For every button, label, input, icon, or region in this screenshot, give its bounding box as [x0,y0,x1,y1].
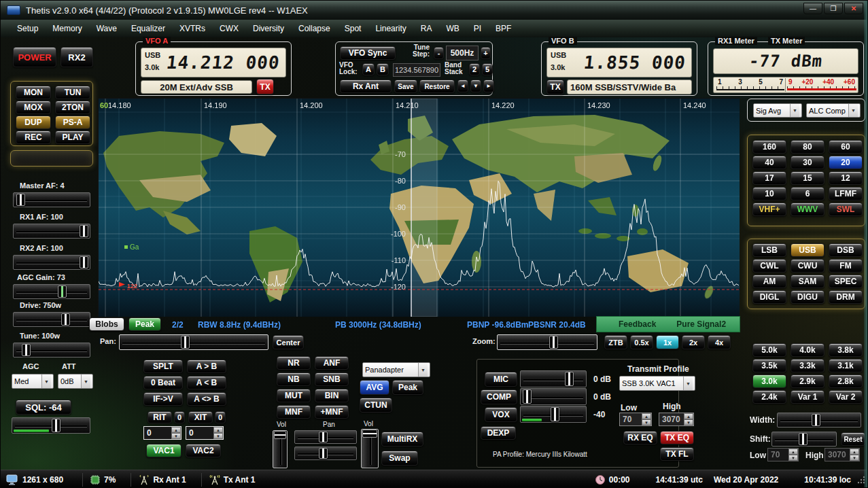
filter-button[interactable]: 2.9k [791,374,824,388]
vfo-lock-b-button[interactable]: B [377,63,389,75]
menu-item[interactable]: Collapse [298,24,330,33]
mode-button[interactable]: AM [752,275,786,288]
power-button[interactable]: POWER [13,47,56,67]
agc-select[interactable]: Med▼ [12,374,54,389]
rx2-button[interactable]: RX2 [60,47,93,67]
multirx-button[interactable]: MultiRX [381,432,423,447]
zoom-preset-button[interactable]: 0.5x [630,335,653,349]
rit-zero-button[interactable]: 0 [174,411,185,423]
transmit-button[interactable]: MON [16,86,51,99]
menu-item[interactable]: WB [446,24,459,33]
rit-spinner[interactable]: 0▲▼ [143,426,181,440]
sql-slider[interactable] [12,417,90,434]
vox-button[interactable]: VOX [485,407,517,422]
blobs-button[interactable]: Blobs [89,317,124,331]
menu-item[interactable]: Diversity [253,24,284,33]
transmit-button[interactable]: DUP [16,116,51,129]
panadapter-display[interactable]: 14.18014.19014.20014.21014.22014.23014.2… [98,98,739,316]
mode-button[interactable]: DIGL [752,290,786,304]
drive-slider[interactable] [13,312,90,327]
mode-button[interactable]: DIGU [791,290,824,304]
zoom-preset-button[interactable]: ZTB [604,335,627,349]
split-button[interactable]: A > B [187,360,226,373]
att-select[interactable]: 0dB▼ [58,374,93,389]
dsp-button[interactable]: MNF [277,405,311,419]
filter-button[interactable]: 3.8k [829,343,863,357]
band-button[interactable]: 15 [791,171,824,185]
vfo-lock-a-button[interactable]: A [362,63,375,75]
sql-button[interactable]: SQL: -64 [16,400,71,415]
zoom-preset-button[interactable]: 4x [708,335,731,349]
rx-eq-button[interactable]: RX EQ [623,431,657,445]
filter-low-spinner[interactable]: 70▲▼ [767,448,799,461]
xit-button[interactable]: XIT [188,411,213,423]
restore-button[interactable]: Restore [419,80,455,93]
rx1-vol-slider[interactable] [273,430,288,468]
tune-slider[interactable] [13,343,90,358]
avg-button[interactable]: AVG [360,380,389,395]
vfo-a-band-text[interactable]: 20M Ext/Adv SSB [141,80,252,94]
mode-button[interactable]: LSB [752,243,786,257]
rx2-af-slider[interactable] [13,255,90,270]
zoom-slider[interactable] [497,334,597,350]
filter-button[interactable]: Var 1 [791,390,824,404]
rx-ant-button[interactable]: Rx Ant [340,80,392,93]
filter-button[interactable]: 3.1k [829,359,863,372]
vfo-a-display[interactable]: USB 3.0k 14.212 000 [141,48,286,77]
transmit-button[interactable]: 2TON [55,101,90,114]
shift-reset-button[interactable]: Reset [841,432,865,446]
display-mode-select[interactable]: Panadapter▼ [362,362,430,377]
split-button[interactable]: IF->V [143,392,183,406]
vac2-button[interactable]: VAC2 [186,444,221,457]
peak-button[interactable]: Peak [392,380,423,395]
vac1-button[interactable]: VAC1 [146,444,181,457]
mode-button[interactable]: CWU [791,259,824,273]
spin-up-icon[interactable]: ▲ [850,449,859,455]
menu-item[interactable]: PI [474,24,481,33]
dsp-button[interactable]: SNB [315,372,349,386]
rit-button[interactable]: RIT [147,411,172,423]
peak-readout-button[interactable]: Peak [128,317,161,331]
split-button[interactable]: A < B [187,376,226,389]
width-slider[interactable] [777,413,861,428]
vox-slider[interactable] [520,406,587,423]
rx-meter-mode-select[interactable]: Sig Avg▼ [753,103,802,118]
arrow-down-button[interactable]: ▼ [470,80,481,92]
band-button[interactable]: 6 [791,187,824,201]
mode-button[interactable]: FM [829,259,863,273]
mic-button[interactable]: MIC [485,372,517,387]
filter-button[interactable]: 5.0k [752,343,786,357]
arrow-right-button[interactable]: ► [483,80,494,92]
mode-button[interactable]: SAM [791,275,824,288]
band-stack-2[interactable]: 2 [469,63,480,75]
band-button[interactable]: VHF+ [752,203,786,216]
swap-button[interactable]: Swap [381,451,418,466]
band-button[interactable]: 10 [752,187,786,201]
tx-low-spinner[interactable]: 70▲▼ [619,413,652,426]
menu-item[interactable]: Memory [52,24,82,33]
xit-spinner[interactable]: 0▲▼ [186,426,224,440]
mode-button[interactable]: SPEC [829,275,863,288]
band-button[interactable]: WWV [791,203,824,216]
tx-meter-mode-select[interactable]: ALC Comp▼ [806,103,861,118]
spin-up-icon[interactable]: ▲ [684,413,693,419]
pan-slider[interactable] [119,334,268,350]
menu-item[interactable]: BPF [496,24,511,33]
comp-button[interactable]: COMP [481,389,517,404]
tune-step-plus[interactable]: + [481,47,491,59]
menu-item[interactable]: Setup [17,24,38,33]
rx2-pan-slider[interactable] [294,447,357,460]
menu-item[interactable]: Spot [345,24,362,33]
transmit-profile-select[interactable]: SSB 3.0K VAC1▼ [619,376,695,391]
filter-button[interactable]: 3.0k [752,374,786,388]
agc-gain-slider[interactable] [13,284,90,299]
filter-button[interactable]: 2.4k [752,390,786,404]
vfo-a-tx-button[interactable]: TX [256,79,274,94]
dsp-button[interactable]: NB [277,372,311,386]
band-button[interactable]: 12 [829,171,863,185]
band-button[interactable]: SWL [829,203,863,216]
sub-rx-vol-slider[interactable] [361,429,379,468]
dsp-button[interactable]: ANF [315,356,349,370]
band-button[interactable]: 30 [791,156,824,169]
zoom-preset-button[interactable]: 1x [656,335,679,349]
